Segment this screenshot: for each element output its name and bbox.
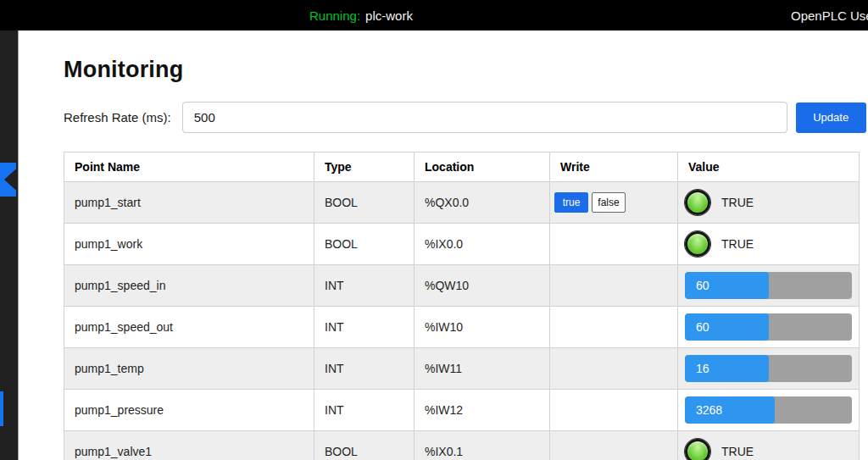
value-cell: 60 xyxy=(678,307,860,348)
refresh-rate-label: Refresh Rate (ms): xyxy=(64,110,171,125)
point-name: pump1_temp xyxy=(75,362,144,375)
location-cell: %QX0.0 xyxy=(415,182,550,224)
point-location: %IW10 xyxy=(425,320,463,334)
point-location: %IX0.1 xyxy=(425,445,463,458)
location-cell: %IX0.0 xyxy=(415,224,550,265)
refresh-rate-row: Refresh Rate (ms): Update xyxy=(64,102,868,133)
led-value: TRUE xyxy=(685,439,852,460)
progress-value-label: 3268 xyxy=(685,403,722,417)
write-true-button[interactable]: true xyxy=(554,192,588,213)
point-location: %IW11 xyxy=(425,362,462,375)
value-cell: 60 xyxy=(678,265,860,307)
main-content: Monitoring Refresh Rate (ms): Update Poi… xyxy=(19,30,868,460)
value-cell: TRUE xyxy=(678,224,860,265)
point-type: INT xyxy=(325,279,344,292)
write-cell xyxy=(550,224,678,265)
point-name-cell: pump1_speed_in xyxy=(64,265,314,307)
point-name-cell: pump1_speed_out xyxy=(64,307,314,348)
value-cell: 3268 xyxy=(678,390,860,431)
led-indicator-icon xyxy=(685,190,710,215)
header-value: Value xyxy=(678,152,860,182)
write-cell xyxy=(550,265,678,307)
write-cell xyxy=(550,431,678,460)
top-bar: Running: plc-work OpenPLC User xyxy=(0,0,868,30)
led-value: TRUE xyxy=(685,190,852,215)
point-type: BOOL xyxy=(325,237,358,251)
progress-bar: 16 xyxy=(685,355,852,382)
point-name: pump1_start xyxy=(75,196,141,209)
value-cell: TRUE xyxy=(678,431,860,460)
led-indicator-icon xyxy=(685,231,710,257)
table-row: pump1_pressure INT %IW12 3268 xyxy=(64,390,860,431)
point-location: %IX0.0 xyxy=(425,237,463,251)
write-cell: truefalse xyxy=(550,182,678,224)
monitoring-table: Point Name Type Location Write Value pum… xyxy=(64,152,860,460)
value-cell: TRUE xyxy=(678,182,860,224)
progress-fill: 3268 xyxy=(685,396,775,424)
progress-fill: 60 xyxy=(685,313,769,341)
runtime-program-name: plc-work xyxy=(365,8,413,23)
point-type: BOOL xyxy=(325,196,358,209)
type-cell: INT xyxy=(314,265,415,307)
point-type: INT xyxy=(325,362,344,375)
point-name-cell: pump1_valve1 xyxy=(64,431,314,460)
runtime-status: Running: plc-work xyxy=(309,0,413,30)
value-label: TRUE xyxy=(721,237,754,251)
header-write: Write xyxy=(550,152,678,182)
type-cell: INT xyxy=(314,307,415,348)
header-point-name: Point Name xyxy=(64,152,314,182)
table-header-row: Point Name Type Location Write Value xyxy=(64,152,860,182)
progress-bar: 60 xyxy=(685,313,852,341)
point-name-cell: pump1_work xyxy=(64,224,314,265)
point-name: pump1_speed_out xyxy=(75,320,173,334)
table-row: pump1_speed_out INT %IW10 60 xyxy=(64,307,860,348)
update-button[interactable]: Update xyxy=(796,103,866,133)
write-cell xyxy=(550,348,678,390)
write-cell xyxy=(550,307,678,348)
led-indicator-icon xyxy=(685,439,710,460)
write-false-button[interactable]: false xyxy=(592,192,626,213)
write-cell xyxy=(550,390,678,431)
table-row: pump1_temp INT %IW11 16 xyxy=(64,348,860,390)
progress-fill: 16 xyxy=(685,355,769,382)
sidebar-collapse-icon[interactable] xyxy=(0,163,16,197)
point-name: pump1_work xyxy=(75,237,142,251)
point-type: INT xyxy=(325,403,344,417)
point-type: INT xyxy=(325,320,344,334)
refresh-rate-input[interactable] xyxy=(182,102,787,133)
table-row: pump1_start BOOL %QX0.0 truefalse TRUE xyxy=(64,182,860,224)
type-cell: BOOL xyxy=(314,224,415,265)
value-cell: 16 xyxy=(678,348,860,390)
point-name-cell: pump1_pressure xyxy=(64,390,314,431)
point-type: BOOL xyxy=(325,445,358,458)
sidebar xyxy=(0,30,19,460)
value-label: TRUE xyxy=(721,196,754,209)
point-location: %QW10 xyxy=(425,279,469,292)
table-row: pump1_work BOOL %IX0.0 TRUE xyxy=(64,224,860,265)
point-name: pump1_pressure xyxy=(75,403,164,417)
sidebar-active-indicator xyxy=(0,391,3,426)
runtime-status-label: Running: xyxy=(309,8,360,23)
point-location: %QX0.0 xyxy=(425,196,469,209)
location-cell: %QW10 xyxy=(415,265,550,307)
location-cell: %IX0.1 xyxy=(415,431,550,460)
user-menu[interactable]: OpenPLC User xyxy=(791,0,868,30)
progress-bar: 60 xyxy=(685,272,852,299)
location-cell: %IW12 xyxy=(415,390,550,431)
point-name: pump1_speed_in xyxy=(75,279,165,292)
point-location: %IW12 xyxy=(425,403,463,417)
location-cell: %IW10 xyxy=(415,307,550,348)
point-name-cell: pump1_temp xyxy=(64,348,314,390)
type-cell: INT xyxy=(314,390,415,431)
point-name-cell: pump1_start xyxy=(64,182,314,224)
type-cell: BOOL xyxy=(314,182,415,224)
value-label: TRUE xyxy=(721,445,754,458)
progress-value-label: 60 xyxy=(685,320,709,334)
header-location: Location xyxy=(415,152,550,182)
progress-fill: 60 xyxy=(685,272,769,299)
location-cell: %IW11 xyxy=(415,348,550,390)
progress-bar: 3268 xyxy=(685,396,852,424)
led-value: TRUE xyxy=(685,231,852,257)
progress-value-label: 60 xyxy=(685,279,709,292)
point-name: pump1_valve1 xyxy=(75,445,152,458)
